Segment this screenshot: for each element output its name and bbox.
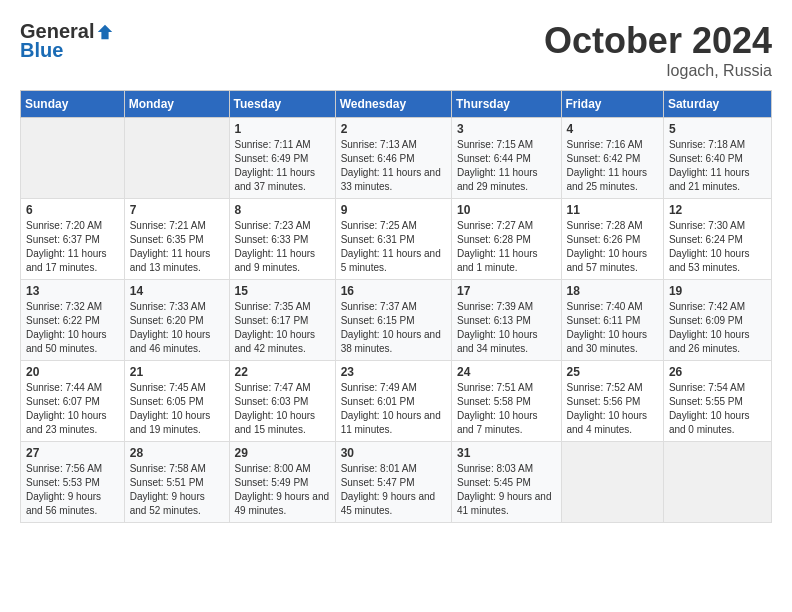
day-number: 15	[235, 284, 330, 298]
calendar-cell: 3Sunrise: 7:15 AMSunset: 6:44 PMDaylight…	[451, 118, 561, 199]
cell-content: Sunrise: 7:37 AMSunset: 6:15 PMDaylight:…	[341, 300, 446, 356]
day-number: 16	[341, 284, 446, 298]
calendar-cell: 25Sunrise: 7:52 AMSunset: 5:56 PMDayligh…	[561, 361, 663, 442]
calendar-cell: 20Sunrise: 7:44 AMSunset: 6:07 PMDayligh…	[21, 361, 125, 442]
day-number: 14	[130, 284, 224, 298]
calendar-cell: 30Sunrise: 8:01 AMSunset: 5:47 PMDayligh…	[335, 442, 451, 523]
calendar-week-row: 13Sunrise: 7:32 AMSunset: 6:22 PMDayligh…	[21, 280, 772, 361]
cell-content: Sunrise: 7:21 AMSunset: 6:35 PMDaylight:…	[130, 219, 224, 275]
cell-content: Sunrise: 7:39 AMSunset: 6:13 PMDaylight:…	[457, 300, 556, 356]
calendar-cell: 4Sunrise: 7:16 AMSunset: 6:42 PMDaylight…	[561, 118, 663, 199]
day-number: 10	[457, 203, 556, 217]
calendar-cell: 29Sunrise: 8:00 AMSunset: 5:49 PMDayligh…	[229, 442, 335, 523]
calendar-cell: 5Sunrise: 7:18 AMSunset: 6:40 PMDaylight…	[663, 118, 771, 199]
calendar-week-row: 1Sunrise: 7:11 AMSunset: 6:49 PMDaylight…	[21, 118, 772, 199]
day-number: 19	[669, 284, 766, 298]
calendar-cell: 8Sunrise: 7:23 AMSunset: 6:33 PMDaylight…	[229, 199, 335, 280]
calendar-cell: 22Sunrise: 7:47 AMSunset: 6:03 PMDayligh…	[229, 361, 335, 442]
day-number: 27	[26, 446, 119, 460]
day-number: 17	[457, 284, 556, 298]
cell-content: Sunrise: 7:33 AMSunset: 6:20 PMDaylight:…	[130, 300, 224, 356]
cell-content: Sunrise: 7:54 AMSunset: 5:55 PMDaylight:…	[669, 381, 766, 437]
cell-content: Sunrise: 7:23 AMSunset: 6:33 PMDaylight:…	[235, 219, 330, 275]
cell-content: Sunrise: 7:20 AMSunset: 6:37 PMDaylight:…	[26, 219, 119, 275]
day-number: 21	[130, 365, 224, 379]
cell-content: Sunrise: 7:15 AMSunset: 6:44 PMDaylight:…	[457, 138, 556, 194]
cell-content: Sunrise: 7:13 AMSunset: 6:46 PMDaylight:…	[341, 138, 446, 194]
cell-content: Sunrise: 7:35 AMSunset: 6:17 PMDaylight:…	[235, 300, 330, 356]
cell-content: Sunrise: 7:45 AMSunset: 6:05 PMDaylight:…	[130, 381, 224, 437]
cell-content: Sunrise: 7:30 AMSunset: 6:24 PMDaylight:…	[669, 219, 766, 275]
cell-content: Sunrise: 7:18 AMSunset: 6:40 PMDaylight:…	[669, 138, 766, 194]
day-number: 20	[26, 365, 119, 379]
calendar-cell	[663, 442, 771, 523]
calendar-cell	[124, 118, 229, 199]
day-number: 1	[235, 122, 330, 136]
cell-content: Sunrise: 7:56 AMSunset: 5:53 PMDaylight:…	[26, 462, 119, 518]
cell-content: Sunrise: 8:01 AMSunset: 5:47 PMDaylight:…	[341, 462, 446, 518]
weekday-header: Monday	[124, 91, 229, 118]
title-section: October 2024 Iogach, Russia	[544, 20, 772, 80]
weekday-header: Tuesday	[229, 91, 335, 118]
day-number: 7	[130, 203, 224, 217]
calendar-cell: 15Sunrise: 7:35 AMSunset: 6:17 PMDayligh…	[229, 280, 335, 361]
cell-content: Sunrise: 7:25 AMSunset: 6:31 PMDaylight:…	[341, 219, 446, 275]
logo-icon	[96, 23, 114, 41]
day-number: 23	[341, 365, 446, 379]
logo-blue: Blue	[20, 39, 63, 62]
calendar-week-row: 20Sunrise: 7:44 AMSunset: 6:07 PMDayligh…	[21, 361, 772, 442]
calendar-cell: 23Sunrise: 7:49 AMSunset: 6:01 PMDayligh…	[335, 361, 451, 442]
cell-content: Sunrise: 7:52 AMSunset: 5:56 PMDaylight:…	[567, 381, 658, 437]
calendar-cell: 16Sunrise: 7:37 AMSunset: 6:15 PMDayligh…	[335, 280, 451, 361]
calendar-cell: 19Sunrise: 7:42 AMSunset: 6:09 PMDayligh…	[663, 280, 771, 361]
calendar-table: SundayMondayTuesdayWednesdayThursdayFrid…	[20, 90, 772, 523]
calendar-cell: 13Sunrise: 7:32 AMSunset: 6:22 PMDayligh…	[21, 280, 125, 361]
cell-content: Sunrise: 7:40 AMSunset: 6:11 PMDaylight:…	[567, 300, 658, 356]
calendar-cell: 14Sunrise: 7:33 AMSunset: 6:20 PMDayligh…	[124, 280, 229, 361]
cell-content: Sunrise: 8:00 AMSunset: 5:49 PMDaylight:…	[235, 462, 330, 518]
day-number: 12	[669, 203, 766, 217]
calendar-cell: 6Sunrise: 7:20 AMSunset: 6:37 PMDaylight…	[21, 199, 125, 280]
cell-content: Sunrise: 7:28 AMSunset: 6:26 PMDaylight:…	[567, 219, 658, 275]
calendar-cell: 21Sunrise: 7:45 AMSunset: 6:05 PMDayligh…	[124, 361, 229, 442]
cell-content: Sunrise: 7:16 AMSunset: 6:42 PMDaylight:…	[567, 138, 658, 194]
calendar-cell: 27Sunrise: 7:56 AMSunset: 5:53 PMDayligh…	[21, 442, 125, 523]
day-number: 11	[567, 203, 658, 217]
calendar-cell: 9Sunrise: 7:25 AMSunset: 6:31 PMDaylight…	[335, 199, 451, 280]
weekday-header: Sunday	[21, 91, 125, 118]
day-number: 24	[457, 365, 556, 379]
day-number: 2	[341, 122, 446, 136]
cell-content: Sunrise: 7:49 AMSunset: 6:01 PMDaylight:…	[341, 381, 446, 437]
day-number: 30	[341, 446, 446, 460]
cell-content: Sunrise: 7:58 AMSunset: 5:51 PMDaylight:…	[130, 462, 224, 518]
day-number: 8	[235, 203, 330, 217]
weekday-header-row: SundayMondayTuesdayWednesdayThursdayFrid…	[21, 91, 772, 118]
cell-content: Sunrise: 7:51 AMSunset: 5:58 PMDaylight:…	[457, 381, 556, 437]
calendar-cell	[21, 118, 125, 199]
calendar-cell: 2Sunrise: 7:13 AMSunset: 6:46 PMDaylight…	[335, 118, 451, 199]
day-number: 13	[26, 284, 119, 298]
weekday-header: Friday	[561, 91, 663, 118]
cell-content: Sunrise: 8:03 AMSunset: 5:45 PMDaylight:…	[457, 462, 556, 518]
day-number: 4	[567, 122, 658, 136]
day-number: 22	[235, 365, 330, 379]
day-number: 26	[669, 365, 766, 379]
month-title: October 2024	[544, 20, 772, 62]
calendar-cell: 7Sunrise: 7:21 AMSunset: 6:35 PMDaylight…	[124, 199, 229, 280]
day-number: 18	[567, 284, 658, 298]
location: Iogach, Russia	[544, 62, 772, 80]
day-number: 3	[457, 122, 556, 136]
weekday-header: Saturday	[663, 91, 771, 118]
calendar-week-row: 27Sunrise: 7:56 AMSunset: 5:53 PMDayligh…	[21, 442, 772, 523]
calendar-cell: 1Sunrise: 7:11 AMSunset: 6:49 PMDaylight…	[229, 118, 335, 199]
day-number: 9	[341, 203, 446, 217]
day-number: 5	[669, 122, 766, 136]
cell-content: Sunrise: 7:32 AMSunset: 6:22 PMDaylight:…	[26, 300, 119, 356]
cell-content: Sunrise: 7:42 AMSunset: 6:09 PMDaylight:…	[669, 300, 766, 356]
calendar-cell: 18Sunrise: 7:40 AMSunset: 6:11 PMDayligh…	[561, 280, 663, 361]
cell-content: Sunrise: 7:11 AMSunset: 6:49 PMDaylight:…	[235, 138, 330, 194]
calendar-cell: 31Sunrise: 8:03 AMSunset: 5:45 PMDayligh…	[451, 442, 561, 523]
calendar-cell: 24Sunrise: 7:51 AMSunset: 5:58 PMDayligh…	[451, 361, 561, 442]
weekday-header: Wednesday	[335, 91, 451, 118]
svg-marker-0	[98, 24, 112, 38]
